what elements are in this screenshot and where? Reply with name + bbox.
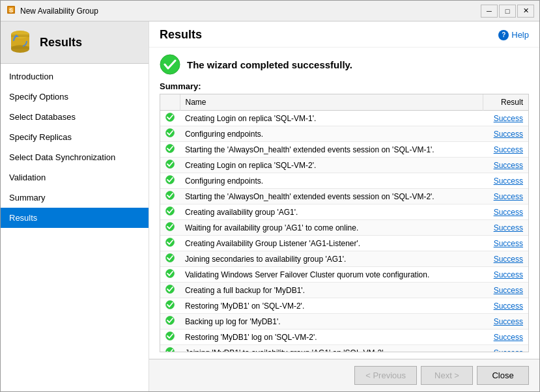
result-link[interactable]: Success [494, 223, 523, 232]
row-name: Validating Windows Server Failover Clust… [180, 267, 483, 283]
title-bar-left: S New Availability Group [6, 5, 98, 17]
table-row: Creating Availability Group Listener 'AG… [160, 236, 528, 251]
row-name: Creating Availability Group Listener 'AG… [180, 236, 483, 251]
table-row: Restoring 'MyDB1' log on 'SQL-VM-2'.Succ… [160, 329, 528, 345]
window-icon: S [6, 5, 16, 17]
row-result[interactable]: Success [483, 142, 528, 158]
row-result[interactable]: Success [483, 173, 528, 189]
row-status-icon [160, 329, 180, 345]
sidebar-item-results[interactable]: Results [1, 208, 149, 228]
table-row: Backing up log for 'MyDB1'.Success [160, 314, 528, 329]
row-status-icon [160, 267, 180, 283]
results-table-container[interactable]: Name Result Creating Login on replica 'S… [160, 94, 529, 352]
table-row: Validating Windows Server Failover Clust… [160, 267, 528, 283]
row-result[interactable]: Success [483, 111, 528, 126]
result-link[interactable]: Success [494, 192, 523, 201]
close-window-button[interactable]: ✕ [517, 5, 534, 18]
row-name: Creating availability group 'AG1'. [180, 204, 483, 220]
result-link[interactable]: Success [494, 317, 523, 326]
row-status-icon [160, 173, 180, 189]
previous-button[interactable]: < Previous [354, 366, 417, 385]
sidebar-item-specify-replicas[interactable]: Specify Replicas [1, 127, 149, 147]
result-link[interactable]: Success [494, 161, 523, 170]
table-row: Restoring 'MyDB1' on 'SQL-VM-2'.Success [160, 298, 528, 314]
content-area: Results Introduction Specify Options Sel… [1, 21, 539, 391]
results-table: Name Result Creating Login on replica 'S… [160, 94, 528, 352]
table-row: Joining 'MyDB1' to availability group 'A… [160, 345, 528, 353]
row-result[interactable]: Success [483, 298, 528, 314]
result-link[interactable]: Success [494, 130, 523, 139]
row-result[interactable]: Success [483, 204, 528, 220]
row-status-icon [160, 158, 180, 173]
help-link[interactable]: ? Help [498, 30, 529, 40]
row-result[interactable]: Success [483, 158, 528, 173]
result-link[interactable]: Success [494, 255, 523, 264]
table-header-row: Name Result [160, 94, 528, 111]
result-link[interactable]: Success [494, 176, 523, 186]
main-panel: Results ? Help The wizard completed succ… [149, 21, 539, 391]
result-link[interactable]: Success [494, 114, 523, 123]
table-row: Creating availability group 'AG1'.Succes… [160, 204, 528, 220]
svg-text:S: S [9, 7, 13, 14]
row-result[interactable]: Success [483, 314, 528, 329]
row-result[interactable]: Success [483, 236, 528, 251]
sidebar-item-select-databases[interactable]: Select Databases [1, 107, 149, 127]
table-row: Starting the 'AlwaysOn_health' extended … [160, 189, 528, 204]
row-status-icon [160, 314, 180, 329]
row-result[interactable]: Success [483, 220, 528, 236]
result-link[interactable]: Success [494, 333, 523, 342]
sidebar: Results Introduction Specify Options Sel… [1, 21, 149, 391]
success-message: The wizard completed successfully. [187, 59, 352, 70]
row-result[interactable]: Success [483, 267, 528, 283]
sidebar-item-specify-options[interactable]: Specify Options [1, 87, 149, 107]
help-label: Help [511, 30, 529, 40]
close-button[interactable]: Close [477, 366, 529, 385]
result-link[interactable]: Success [494, 145, 523, 154]
result-link[interactable]: Success [494, 270, 523, 279]
sidebar-item-introduction[interactable]: Introduction [1, 66, 149, 87]
row-name: Starting the 'AlwaysOn_health' extended … [180, 142, 483, 158]
help-icon: ? [498, 30, 509, 40]
row-status-icon [160, 204, 180, 220]
row-name: Creating a full backup for 'MyDB1'. [180, 283, 483, 298]
row-status-icon [160, 345, 180, 353]
row-name: Starting the 'AlwaysOn_health' extended … [180, 189, 483, 204]
row-result[interactable]: Success [483, 345, 528, 353]
row-result[interactable]: Success [483, 126, 528, 142]
row-name: Restoring 'MyDB1' on 'SQL-VM-2'. [180, 298, 483, 314]
result-link[interactable]: Success [494, 348, 523, 353]
row-result[interactable]: Success [483, 283, 528, 298]
row-result[interactable]: Success [483, 251, 528, 267]
row-status-icon [160, 298, 180, 314]
row-result[interactable]: Success [483, 189, 528, 204]
sidebar-navigation: Introduction Specify Options Select Data… [1, 64, 149, 391]
row-name: Joining secondaries to availability grou… [180, 251, 483, 267]
row-name: Creating Login on replica 'SQL-VM-1'. [180, 111, 483, 126]
row-result[interactable]: Success [483, 329, 528, 345]
col-header-name [160, 94, 180, 111]
result-link[interactable]: Success [494, 301, 523, 311]
result-link[interactable]: Success [494, 239, 523, 248]
minimize-button[interactable]: ─ [481, 5, 498, 18]
row-status-icon [160, 111, 180, 126]
title-controls: ─ □ ✕ [481, 5, 534, 18]
row-status-icon [160, 283, 180, 298]
main-header: Results ? Help [149, 21, 539, 48]
next-button[interactable]: Next > [421, 366, 473, 385]
row-name: Configuring endpoints. [180, 126, 483, 142]
sidebar-item-summary[interactable]: Summary [1, 188, 149, 208]
row-name: Creating Login on replica 'SQL-VM-2'. [180, 158, 483, 173]
success-banner: The wizard completed successfully. [160, 54, 529, 75]
row-status-icon [160, 189, 180, 204]
row-name: Waiting for availability group 'AG1' to … [180, 220, 483, 236]
sidebar-item-validation[interactable]: Validation [1, 167, 149, 188]
table-row: Configuring endpoints.Success [160, 126, 528, 142]
maximize-button[interactable]: □ [499, 5, 516, 18]
row-name: Joining 'MyDB1' to availability group 'A… [180, 345, 483, 353]
svg-rect-7 [11, 35, 29, 37]
table-row: Creating a full backup for 'MyDB1'.Succe… [160, 283, 528, 298]
sidebar-item-select-data-sync[interactable]: Select Data Synchronization [1, 147, 149, 167]
result-link[interactable]: Success [494, 208, 523, 217]
result-link[interactable]: Success [494, 286, 523, 295]
row-status-icon [160, 142, 180, 158]
